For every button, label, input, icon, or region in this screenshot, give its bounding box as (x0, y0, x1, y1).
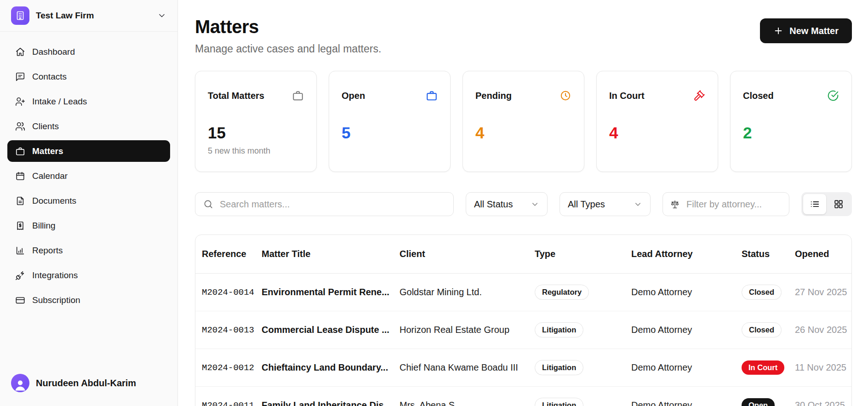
org-switcher[interactable]: Test Law Firm (0, 0, 177, 32)
sidebar-item-billing[interactable]: Billing (7, 215, 170, 236)
matter-type: Regulatory (535, 285, 631, 300)
sidebar-item-documents[interactable]: Documents (7, 190, 170, 212)
matter-reference: M2024-0013 (202, 325, 262, 335)
sidebar-item-dashboard[interactable]: Dashboard (7, 41, 170, 63)
page-subtitle: Manage active cases and legal matters. (195, 43, 381, 55)
sidebar: Test Law Firm Dashboard Contacts Intake … (0, 0, 178, 406)
matter-attorney: Demo Attorney (631, 325, 742, 335)
stat-card-in-court: In Court 4 (596, 71, 718, 172)
sidebar-item-label: Contacts (32, 72, 67, 82)
sidebar-item-label: Matters (32, 146, 63, 156)
matter-client: Goldstar Mining Ltd. (400, 287, 535, 297)
credit-card-icon (15, 295, 25, 305)
receipt-dollar-icon (15, 221, 25, 231)
status-badge: Closed (742, 322, 782, 337)
sidebar-item-label: Dashboard (32, 47, 75, 57)
filter-bar: All Status All Types (195, 192, 852, 216)
status-filter-select[interactable]: All Status (466, 192, 548, 216)
stats-row: Total Matters 15 5 new this month Open 5… (195, 71, 852, 172)
sidebar-item-calendar[interactable]: Calendar (7, 165, 170, 187)
status-badge: Closed (742, 285, 782, 300)
firm-logo (11, 6, 29, 25)
user-menu[interactable]: Nurudeen Abdul-Karim (0, 364, 177, 406)
file-text-icon (15, 196, 25, 206)
gavel-icon (693, 90, 705, 102)
stat-label: Total Matters (208, 91, 264, 101)
search-box (195, 192, 454, 216)
matter-status: Open (742, 398, 795, 406)
matter-attorney: Demo Attorney (631, 362, 742, 373)
sidebar-item-integrations[interactable]: Integrations (7, 264, 170, 286)
scales-icon (670, 199, 680, 209)
matter-type: Litigation (535, 360, 631, 375)
grid-icon (834, 199, 844, 209)
stat-value: 2 (743, 125, 839, 141)
type-badge: Litigation (535, 398, 583, 406)
table-row[interactable]: M2024-0014 Environmental Permit Rene... … (195, 274, 851, 311)
search-input[interactable] (219, 199, 445, 210)
matters-table: Reference Matter Title Client Type Lead … (195, 234, 852, 406)
matter-title: Environmental Permit Rene... (262, 287, 400, 297)
page-title: Matters (195, 17, 381, 37)
new-matter-button[interactable]: New Matter (760, 18, 852, 43)
view-toggle (801, 192, 852, 216)
chevron-down-icon (531, 200, 539, 209)
briefcase-icon (292, 90, 304, 102)
attorney-filter-input[interactable] (685, 199, 782, 210)
column-header-client: Client (400, 249, 535, 259)
sidebar-item-label: Clients (32, 121, 59, 132)
matter-title: Commercial Lease Dispute ... (262, 325, 400, 335)
table-row[interactable]: M2024-0012 Chieftaincy Land Boundary... … (195, 349, 851, 387)
briefcase-icon (426, 90, 438, 102)
sidebar-item-contacts[interactable]: Contacts (7, 66, 170, 87)
clock-icon (560, 90, 571, 102)
main-content: Matters Manage active cases and legal ma… (178, 0, 868, 406)
stat-card-open: Open 5 (329, 71, 451, 172)
sidebar-item-clients[interactable]: Clients (7, 115, 170, 137)
sidebar-item-reports[interactable]: Reports (7, 240, 170, 261)
org-name: Test Law Firm (36, 11, 151, 21)
status-badge: In Court (742, 360, 784, 375)
chevron-down-icon (157, 11, 166, 20)
matter-status: Closed (742, 322, 795, 337)
matter-type: Litigation (535, 322, 631, 337)
stat-subtext: 5 new this month (208, 146, 304, 156)
table-header-row: Reference Matter Title Client Type Lead … (195, 235, 851, 274)
table-row[interactable]: M2024-0013 Commercial Lease Dispute ... … (195, 311, 851, 349)
message-square-icon (15, 72, 25, 82)
matter-reference: M2024-0011 (202, 400, 262, 406)
type-filter-select[interactable]: All Types (560, 192, 651, 216)
calendar-icon (15, 171, 25, 181)
list-view-button[interactable] (803, 194, 826, 214)
matter-status: Closed (742, 285, 795, 300)
column-header-status: Status (742, 249, 795, 259)
status-badge: Open (742, 398, 775, 406)
sidebar-item-label: Intake / Leads (32, 97, 87, 107)
matter-type: Litigation (535, 398, 631, 406)
column-header-type: Type (535, 249, 631, 259)
sidebar-item-subscription[interactable]: Subscription (7, 289, 170, 311)
app-window: Test Law Firm Dashboard Contacts Intake … (0, 0, 868, 406)
user-name: Nurudeen Abdul-Karim (36, 378, 136, 389)
matter-client: Chief Nana Kwame Boadu III (400, 362, 535, 373)
stat-label: Open (342, 91, 365, 101)
column-header-lead-attorney: Lead Attorney (631, 249, 742, 259)
sidebar-item-label: Calendar (32, 171, 68, 181)
chevron-down-icon (634, 200, 642, 209)
matter-reference: M2024-0014 (202, 287, 262, 297)
grid-view-button[interactable] (827, 194, 850, 214)
plus-icon (773, 26, 783, 36)
sidebar-item-matters[interactable]: Matters (7, 140, 170, 162)
column-header-reference: Reference (202, 249, 262, 259)
stat-card-total-matters: Total Matters 15 5 new this month (195, 71, 317, 172)
matter-opened: 11 Nov 2025 (795, 362, 847, 373)
person-icon (12, 377, 28, 392)
list-icon (810, 199, 820, 209)
matter-client: Horizon Real Estate Group (400, 325, 535, 335)
table-row[interactable]: M2024-0011 Family Land Inheritance Dis..… (195, 387, 851, 406)
matter-opened: 26 Nov 2025 (795, 325, 847, 335)
matter-attorney: Demo Attorney (631, 287, 742, 297)
sidebar-item-intake-leads[interactable]: Intake / Leads (7, 91, 170, 112)
check-circle-icon (827, 90, 839, 102)
matter-title: Family Land Inheritance Dis... (262, 400, 400, 406)
